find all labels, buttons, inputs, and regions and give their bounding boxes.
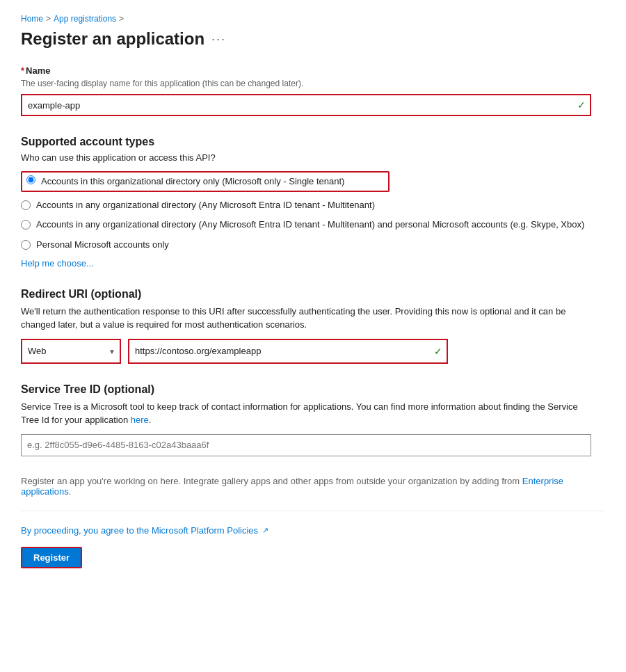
register-button[interactable]: Register — [21, 547, 82, 568]
redirect-url-input-wrapper: ✓ — [128, 339, 448, 364]
page-title: Register an application — [21, 29, 204, 49]
breadcrumb-app-registrations[interactable]: App registrations — [54, 14, 116, 24]
help-me-choose-link[interactable]: Help me choose... — [21, 258, 94, 269]
supported-accounts-section: Supported account types Who can use this… — [21, 136, 605, 269]
bottom-note-text: Register an app you're working on here. … — [21, 476, 520, 486]
breadcrumb: Home > App registrations > — [21, 14, 605, 24]
account-type-radio-group: Accounts in this organizational director… — [21, 171, 605, 251]
radio-multitenant[interactable] — [21, 200, 31, 210]
bottom-note: Register an app you're working on here. … — [21, 476, 591, 497]
service-tree-desc-suffix: . — [149, 415, 152, 425]
radio-item-single-tenant[interactable]: Accounts in this organizational director… — [21, 171, 390, 192]
redirect-uri-title: Redirect URI (optional) — [21, 288, 605, 301]
service-tree-section: Service Tree ID (optional) Service Tree … — [21, 383, 605, 456]
required-star: * — [21, 65, 24, 76]
policy-row: By proceeding, you agree to the Microsof… — [21, 525, 605, 536]
breadcrumb-home[interactable]: Home — [21, 14, 43, 24]
name-description: The user-facing display name for this ap… — [21, 79, 605, 88]
name-check-icon: ✓ — [577, 99, 586, 111]
breadcrumb-sep2: > — [119, 14, 124, 24]
supported-accounts-title: Supported account types — [21, 136, 605, 148]
radio-label-single-tenant: Accounts in this organizational director… — [41, 175, 344, 188]
supported-accounts-subtitle: Who can use this application or access t… — [21, 152, 605, 163]
service-tree-here-link[interactable]: here — [131, 415, 149, 425]
radio-multitenant-personal[interactable] — [21, 220, 31, 230]
service-tree-desc-text: Service Tree is a Microsoft tool to keep… — [21, 401, 578, 426]
radio-item-personal-only[interactable]: Personal Microsoft accounts only — [21, 239, 605, 251]
radio-label-multitenant: Accounts in any organizational directory… — [36, 199, 375, 211]
external-link-icon: ↗ — [262, 526, 268, 535]
radio-item-multitenant[interactable]: Accounts in any organizational directory… — [21, 199, 605, 211]
name-input[interactable] — [21, 94, 591, 116]
redirect-url-input[interactable] — [129, 340, 447, 362]
redirect-uri-section: Redirect URI (optional) We'll return the… — [21, 288, 605, 364]
service-tree-input[interactable] — [21, 434, 591, 456]
radio-label-multitenant-personal: Accounts in any organizational directory… — [36, 218, 584, 231]
breadcrumb-sep1: > — [46, 14, 51, 24]
url-check-icon: ✓ — [434, 346, 442, 357]
redirect-uri-description: We'll return the authentication response… — [21, 305, 591, 332]
service-tree-description: Service Tree is a Microsoft tool to keep… — [21, 400, 591, 427]
radio-label-personal-only: Personal Microsoft accounts only — [36, 239, 169, 251]
divider — [21, 511, 605, 511]
radio-personal-only[interactable] — [21, 240, 31, 250]
redirect-type-select-wrapper: Web SPA Public client/native (mobile & d… — [21, 339, 121, 364]
redirect-uri-row: Web SPA Public client/native (mobile & d… — [21, 339, 605, 364]
page-title-row: Register an application ··· — [21, 29, 605, 49]
more-options-icon[interactable]: ··· — [211, 32, 226, 47]
name-section: *Name The user-facing display name for t… — [21, 65, 605, 116]
radio-item-multitenant-personal[interactable]: Accounts in any organizational directory… — [21, 218, 605, 231]
bottom-note-suffix: . — [69, 486, 72, 497]
redirect-type-select[interactable]: Web SPA Public client/native (mobile & d… — [22, 340, 120, 362]
service-tree-title: Service Tree ID (optional) — [21, 383, 605, 396]
policy-link[interactable]: By proceeding, you agree to the Microsof… — [21, 525, 258, 536]
radio-single-tenant[interactable] — [26, 175, 35, 184]
name-label: *Name — [21, 65, 605, 76]
name-input-wrapper: ✓ — [21, 94, 591, 116]
